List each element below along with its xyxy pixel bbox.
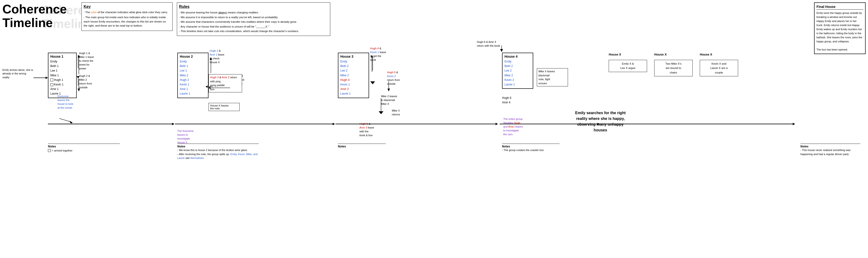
house2-lee1: Lee 1 [180, 68, 206, 73]
rules-item5: - This timeline does not take cuts into … [179, 29, 328, 34]
svg-marker-28 [78, 88, 80, 91]
house3-notes: Notes [338, 144, 386, 148]
svg-marker-20 [500, 49, 503, 52]
rules-heading: Rules [179, 5, 328, 9]
rules-item1: - We assume leaving the house always mea… [179, 10, 328, 15]
house4-beth2: Beth 2 [504, 64, 531, 68]
house2-notes: Notes - We know this is house 2 because … [177, 144, 259, 160]
arrow-mike2-leave [379, 98, 383, 112]
final-house-notes-label: Notes [800, 145, 860, 148]
housex-label2: House X [654, 53, 667, 56]
main-arrow-hx-final [599, 122, 796, 126]
hugh3-amir2-box: Hugh 3 & Amir 2 returnwith pingpong padd… [209, 74, 242, 93]
house1-notes-arrived: = arrived together [48, 149, 120, 152]
house4-kevin2: Kevin 2 [504, 78, 531, 82]
house3-amir3: Amir 3 [340, 87, 367, 91]
svg-marker-16 [379, 111, 383, 114]
svg-marker-12 [206, 85, 208, 88]
svg-marker-1 [45, 77, 48, 79]
house1-mike1: Mike 1 [50, 73, 74, 78]
svg-line-29 [59, 118, 71, 122]
emily-arrives-label: Emily arrives alone, she is already in t… [2, 68, 34, 79]
svg-marker-3 [77, 76, 80, 78]
house4-emily: Emily [504, 59, 531, 64]
house1-hugh1-row: Hugh 1 [50, 78, 74, 82]
final-house-box: Final House Emily lures the happy group … [814, 2, 866, 54]
house1-kevin1-row: Kevin 1 [50, 82, 74, 87]
hugh6-amir4-return: Hugh 6 & Amir 4return with the book [477, 40, 500, 48]
house2-box: House 2 Emily Beth 1 Lee 1 Mike 2 Hugh 2… [177, 53, 209, 98]
house3-box: House 3 Emily Beth 2 Lee 2 Mike 2 Hugh 4… [338, 53, 369, 98]
housex-box1: Emily X &Lee X argue [609, 60, 647, 72]
house2-kevin1: Kevin 1 [180, 82, 206, 87]
house3-lee2: Lee 2 [340, 68, 367, 73]
mike2-blackmail: Mike 2 leavesto blackmailMike X [381, 95, 397, 106]
house2-notes-text: - We know this is house 2 because of the… [177, 148, 259, 160]
main-arrow-h2-h3 [175, 122, 336, 126]
everyone-leaves: Everyoneleaves thehouse to lookat the co… [58, 95, 73, 110]
house2-title: House 2 [180, 54, 206, 59]
arrow-h1-hugh1-up [77, 55, 81, 74]
hugh1-mike1-leave: Hugh 1 &Mike 1 leaveto check thestreet f… [79, 51, 94, 71]
house4-extra-persons: Hugh 6Amir 4 [502, 96, 512, 105]
arrow-everyone-leaves [59, 117, 74, 123]
key-heading: Key [84, 5, 170, 9]
final-house-notes: Notes - This house never realized someth… [800, 144, 860, 156]
house3-emily: Emily [340, 59, 367, 64]
house2-amir1: Amir 1 [180, 87, 206, 91]
house3-mike2: Mike 2 [340, 73, 367, 78]
arrow-mike3-return [379, 111, 383, 115]
svg-marker-14 [370, 81, 375, 84]
housex-label3: House X [700, 53, 712, 56]
final-house-title: Final House [816, 5, 863, 9]
mikeX-blackmail-box: Mike X leavesblackmailnote, fightensues [537, 68, 568, 86]
main-arrow-h3-h4 [336, 122, 498, 126]
house2-mike2: Mike 2 [180, 73, 206, 78]
hugh2-mike2-return: Hugh 2 &Mike 2return fromoutside [79, 74, 92, 89]
house4-title: House 4 [504, 54, 531, 59]
rules-box: Rules - We assume leaving the house alwa… [177, 2, 330, 36]
svg-marker-6 [172, 123, 175, 125]
house4-box: House 4 Emily Beth 2 Lee 2 Mike 2 Kevin … [502, 53, 533, 89]
arrow-hugh6-return [500, 45, 503, 53]
house4-lee2: Lee 2 [504, 68, 531, 73]
arrow-hx-to-h2 [209, 86, 230, 89]
arrow-h2-exit-enter [210, 58, 217, 74]
key-box: Key - The color of the character indicat… [82, 2, 173, 31]
house2-hugh2: Hugh 2 [180, 78, 206, 82]
svg-marker-32 [209, 87, 210, 89]
svg-marker-24 [793, 123, 795, 125]
house3-notes-label: Notes [338, 145, 386, 148]
arrow-h3-return2 [370, 81, 375, 86]
housex-box3: Kevin X andLaurie X are acouple [700, 60, 738, 76]
rules-item3: - We assume that characters conveniently… [179, 20, 328, 25]
house4-notes-text: - The group creates the coaster box [502, 148, 560, 152]
house1-amir1: Amir 1 [50, 87, 74, 91]
foursome-leaves: The foursomeleaves toinvestigateHouse X [177, 129, 194, 145]
svg-marker-10 [210, 58, 212, 60]
house1-box: House 1 Emily Beth 1 Lee 1 Mike 1 Hugh 1… [48, 53, 77, 98]
housex-label1: House X [609, 53, 621, 56]
rules-item2: - We assume it is impossible to return t… [179, 15, 328, 20]
house4-notes: Notes - The group creates the coaster bo… [502, 144, 560, 152]
house1-emily: Emily [50, 59, 74, 64]
svg-marker-34 [371, 55, 373, 58]
housex-note-box: House X leavesthe note [209, 103, 240, 111]
svg-marker-36 [388, 88, 390, 91]
mike3-returns: Mike 3returns [392, 109, 400, 117]
arrow-h3-hugh5-down [387, 81, 391, 93]
emily-arrives-arrow [34, 76, 48, 79]
house4-laurie1: Laurie 1 [504, 82, 531, 87]
house4-mike2: Mike 2 [504, 73, 531, 78]
house1-notes-label: Notes [48, 145, 120, 148]
page-title: Coherence Timeline [2, 2, 67, 30]
house3-hugh4: Hugh 4 [340, 78, 367, 82]
svg-marker-26 [78, 55, 80, 58]
house3-title: House 3 [340, 54, 367, 59]
housex-box2: Two Mike X'sare bound tochairs [654, 60, 692, 76]
house4-notes-label: Notes [502, 145, 560, 148]
final-house-notes-text: - This house never realized something wa… [800, 148, 860, 156]
rules-item4: - Any character or house that the audien… [179, 25, 328, 29]
emily-searches-text: Emily searches for the rightreality wher… [575, 110, 626, 133]
house1-notes: Notes = arrived together [48, 144, 120, 152]
